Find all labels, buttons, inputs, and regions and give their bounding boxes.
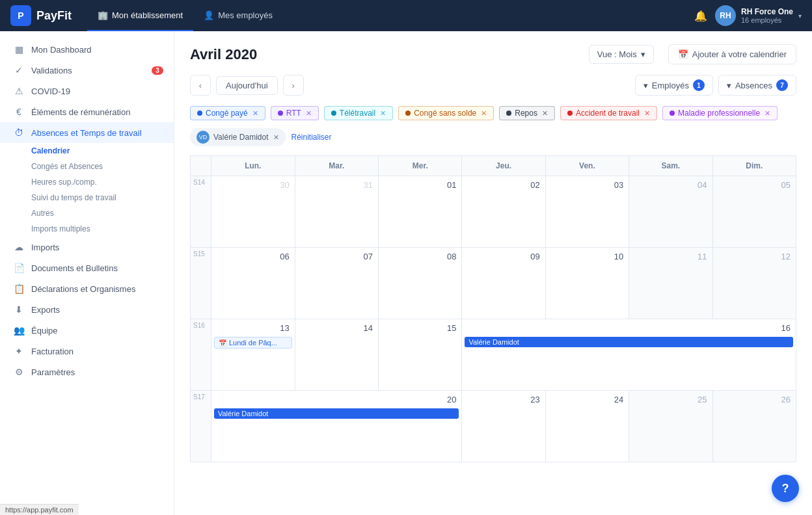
list-item: 31	[295, 176, 378, 248]
sidebar-item-exports[interactable]: ⬇ Exports	[0, 299, 174, 320]
sidebar-item-dashboard[interactable]: ▦ Mon Dashboard	[0, 39, 174, 60]
sidebar-label-suivi: Suivi du temps de travail	[31, 193, 116, 202]
day-number: 06	[214, 250, 292, 264]
chevron-down-icon: ▾	[798, 12, 802, 20]
prev-month-button[interactable]: ‹	[190, 75, 211, 96]
remove-tag-button[interactable]: ✕	[380, 109, 386, 118]
notification-bell-icon[interactable]: 🔔	[694, 10, 707, 22]
tag-dot	[197, 111, 202, 116]
validations-badge: 3	[152, 66, 163, 75]
calendar-nav: ‹ Aujourd'hui › ▾ Employés 1 ▾ Absences …	[190, 75, 796, 96]
filter-tag-conge_paye: Congé payé✕	[190, 106, 265, 120]
employee-filter: VD Valérie Damidot ✕ Réinitialiser	[190, 128, 796, 146]
topnav-item-employes[interactable]: 👤 Mes employés	[193, 0, 283, 31]
tag-dot	[506, 111, 511, 116]
day-number: 30	[214, 179, 292, 192]
sidebar-item-validations[interactable]: ✓ Validations 3	[0, 60, 174, 81]
emp-avatar: VD	[196, 131, 210, 144]
weekday-header-sam: Sam.	[629, 156, 712, 176]
app-name: PayFit	[36, 9, 72, 23]
app-logo[interactable]: P PayFit	[10, 5, 72, 26]
remove-tag-button[interactable]: ✕	[481, 109, 487, 118]
sidebar-item-facturation[interactable]: ✦ Facturation	[0, 341, 174, 362]
avatar: RH	[715, 5, 736, 26]
filter-tag-maladie_pro: Maladie professionnelle✕	[662, 106, 778, 120]
tag-label: Télétravail	[340, 109, 375, 118]
sidebar-item-suivi[interactable]: Suivi du temps de travail	[31, 190, 174, 205]
dashboard-icon: ▦	[13, 44, 25, 55]
remove-tag-button[interactable]: ✕	[644, 109, 650, 118]
day-number: 24	[548, 393, 626, 407]
list-item: 11	[629, 248, 712, 319]
list-item: 07	[295, 248, 378, 319]
day-number: 03	[548, 179, 626, 192]
holiday-chip[interactable]: 📅Lundi de Pâq...	[214, 337, 292, 349]
exports-icon: ⬇	[13, 304, 25, 315]
sidebar-label-absences: Absences et Temps de travail	[31, 128, 142, 138]
user-area[interactable]: RH RH Force One 16 employés ▾	[715, 5, 802, 26]
day-number: 09	[465, 250, 542, 264]
week-number: S14	[191, 176, 211, 248]
absences-filter-button[interactable]: ▾ Absences 7	[718, 75, 796, 96]
list-item: 26	[712, 391, 796, 462]
weekday-header-mar: Mar.	[295, 156, 378, 176]
employees-filter-button[interactable]: ▾ Employés 1	[635, 75, 713, 96]
list-item: 12	[712, 248, 796, 319]
remove-tag-button[interactable]: ✕	[765, 109, 770, 118]
reinitialiser-link[interactable]: Réinitialiser	[291, 133, 331, 142]
list-item: 13📅Lundi de Pâq...	[211, 319, 295, 391]
list-item: 14	[295, 319, 378, 391]
documents-icon: 📄	[13, 263, 25, 273]
remove-tag-button[interactable]: ✕	[252, 109, 258, 118]
list-item: 23	[462, 391, 545, 462]
help-button[interactable]: ?	[772, 475, 799, 502]
add-calendar-button[interactable]: 📅 Ajouter à votre calendrier	[668, 44, 796, 64]
topnav: P PayFit 🏢 Mon établissement 👤 Mes emplo…	[0, 0, 812, 31]
weekday-header-lun: Lun.	[211, 156, 295, 176]
view-selector[interactable]: Vue : Mois ▾	[589, 45, 654, 64]
remove-tag-button[interactable]: ✕	[306, 109, 312, 118]
day-number: 02	[465, 179, 542, 192]
sidebar-item-imports[interactable]: ☁ Imports	[0, 237, 174, 258]
sidebar-label-autres: Autres	[31, 209, 54, 218]
day-number: 20	[214, 393, 459, 407]
sidebar-item-heures[interactable]: Heures sup./comp.	[31, 174, 174, 190]
remove-tag-button[interactable]: ✕	[542, 109, 548, 118]
list-item: 24	[545, 391, 629, 462]
sidebar-item-documents[interactable]: 📄 Documents et Bulletins	[0, 258, 174, 278]
list-item: 06	[211, 248, 295, 319]
sidebar-item-imports-multiples[interactable]: Imports multiples	[31, 221, 174, 237]
sidebar-item-conges[interactable]: Congés et Absences	[31, 159, 174, 174]
chevron-right-icon: ›	[291, 81, 294, 90]
sidebar-item-remuneration[interactable]: € Éléments de rémunération	[0, 101, 174, 122]
sidebar-item-declarations[interactable]: 📋 Déclarations et Organismes	[0, 278, 174, 299]
remuneration-icon: €	[13, 107, 25, 117]
filter-tags: Congé payé✕RTT✕Télétravail✕Congé sans so…	[190, 106, 796, 120]
sidebar-item-parametres[interactable]: ⚙ Paramètres	[0, 362, 174, 382]
emp-name: Valérie Damidot	[213, 133, 268, 142]
chevron-down-emp-icon: ▾	[643, 81, 648, 90]
day-number: 23	[465, 393, 542, 407]
week-number: S17	[191, 391, 211, 462]
chevron-left-icon: ‹	[199, 81, 202, 90]
statusbar: https://app.payfit.com	[0, 504, 79, 515]
sidebar-item-covid[interactable]: ⚠ COVID-19	[0, 81, 174, 101]
day-number: 15	[381, 322, 459, 336]
sidebar-item-autres[interactable]: Autres	[31, 205, 174, 221]
sidebar-item-absences[interactable]: ⏱ Absences et Temps de travail	[0, 122, 174, 143]
day-number: 16	[465, 322, 793, 336]
remove-employee-button[interactable]: ✕	[273, 133, 279, 142]
filter-tag-accident_travail: Accident de travail✕	[560, 106, 657, 120]
week-number: S15	[191, 248, 211, 319]
logo-icon: P	[10, 5, 31, 26]
today-button[interactable]: Aujourd'hui	[216, 76, 278, 95]
tag-dot	[567, 111, 573, 116]
sidebar-item-calendrier[interactable]: Calendrier	[31, 143, 174, 159]
list-item: 30	[211, 176, 295, 248]
next-month-button[interactable]: ›	[283, 75, 304, 96]
topnav-item-etablissement[interactable]: 🏢 Mon établissement	[87, 0, 193, 31]
event-bar[interactable]: Valérie Damidot	[465, 337, 793, 347]
sidebar-label-facturation: Facturation	[31, 347, 74, 356]
sidebar-item-equipe[interactable]: 👥 Équipe	[0, 320, 174, 341]
event-bar[interactable]: Valérie Damidot	[214, 408, 459, 419]
